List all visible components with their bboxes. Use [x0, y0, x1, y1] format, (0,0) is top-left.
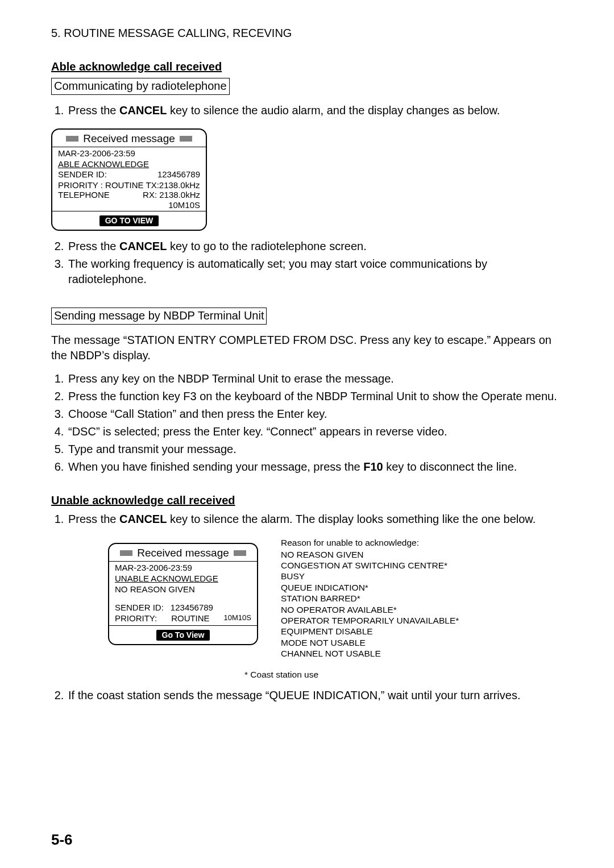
- device-timestamp: MAR-23-2006-23:59: [115, 563, 251, 574]
- step-text: Press the: [68, 513, 119, 525]
- heading-able-ack: Able acknowledge call received: [51, 59, 569, 74]
- reason-item: CONGESTION AT SWITCHING CENTRE*: [281, 560, 459, 571]
- page: 5. ROUTINE MESSAGE CALLING, RECEVING Abl…: [0, 0, 614, 868]
- telephone-label: TELEPHONE: [58, 190, 110, 200]
- subheading-radiotelephone: Communicating by radiotelephone: [51, 78, 230, 95]
- go-to-view-button: GO TO VIEW: [99, 215, 159, 227]
- nbdp-intro: The message “STATION ENTRY COMPLETED FRO…: [51, 333, 569, 363]
- reason-item: BUSY: [281, 571, 459, 582]
- header-bar-icon: [180, 136, 192, 142]
- sender-id-value: 123456789: [157, 169, 200, 180]
- step-item: If the coast station sends the message “…: [67, 688, 569, 703]
- step-text: key to go to the radiotelephone screen.: [167, 240, 366, 252]
- key-name: CANCEL: [119, 240, 167, 252]
- device-row: SENDER ID: 123456789: [115, 603, 251, 613]
- chapter-title: 5. ROUTINE MESSAGE CALLING, RECEVING: [51, 26, 569, 41]
- step-item: Press the CANCEL key to silence the audi…: [67, 103, 569, 118]
- unable-reasons-list: Reason for unable to acknowledge: NO REA…: [281, 537, 459, 659]
- rx-line: RX: 2138.0kHz: [143, 190, 200, 200]
- device-separator: [109, 625, 257, 626]
- timer-value: 10M10S: [224, 613, 251, 624]
- device-display-unable: Received message MAR-23-2006-23:59 UNABL…: [108, 543, 258, 645]
- sender-id-label: SENDER ID:: [58, 169, 107, 180]
- device-reason: NO REASON GIVEN: [115, 584, 251, 595]
- device-timestamp: MAR-23-2006-23:59: [58, 148, 200, 159]
- step-text: Press the: [68, 104, 119, 117]
- step-text: key to disconnect the line.: [383, 460, 517, 473]
- device-body: MAR-23-2006-23:59 ABLE ACKNOWLEDGE SENDE…: [52, 147, 206, 214]
- go-to-view-button: Go To View: [156, 630, 210, 641]
- device-row: PRIORITY: ROUTINE 10M10S: [115, 613, 251, 624]
- heading-unable-ack: Unable acknowledge call received: [51, 493, 569, 508]
- reasons-header: Reason for unable to acknowledge:: [281, 537, 459, 548]
- device-row: PRIORITY : ROUTINE TX:2138.0kHz: [58, 180, 200, 190]
- reasons-footnote: * Coast station use: [244, 669, 569, 681]
- steps-unable: Press the CANCEL key to silence the alar…: [51, 512, 569, 527]
- reason-item: NO REASON GIVEN: [281, 549, 459, 560]
- steps-able-radiotel-cont: Press the CANCEL key to go to the radiot…: [51, 239, 569, 287]
- device-footer: GO TO VIEW: [52, 214, 206, 230]
- step-item: Press the CANCEL key to silence the alar…: [67, 512, 569, 527]
- header-bar-icon: [66, 136, 78, 142]
- priority-line: PRIORITY : ROUTINE TX:2138.0kHz: [58, 180, 200, 190]
- header-bar-icon: [234, 550, 246, 556]
- device-row: 10M10S: [58, 200, 200, 210]
- device-row: SENDER ID: 123456789: [58, 169, 200, 180]
- reason-item: CHANNEL NOT USABLE: [281, 648, 459, 659]
- step-text: When you have finished sending your mess…: [68, 460, 363, 473]
- device-body: MAR-23-2006-23:59 UNABLE ACKNOWLEDGE NO …: [109, 562, 257, 628]
- page-number: 5-6: [51, 830, 73, 850]
- device-header: Received message: [52, 130, 206, 147]
- step-item: Press any key on the NBDP Terminal Unit …: [67, 371, 569, 387]
- device-title: Received message: [83, 132, 175, 146]
- device-row: TELEPHONE RX: 2138.0kHz: [58, 190, 200, 200]
- step-text: Press the: [68, 240, 119, 252]
- sender-id-label: SENDER ID:: [115, 603, 164, 613]
- reason-item: MODE NOT USABLE: [281, 637, 459, 648]
- priority-value: ROUTINE: [157, 613, 223, 624]
- reason-item: STATION BARRED*: [281, 593, 459, 604]
- reason-item: NO OPERATOR AVAILABLE*: [281, 604, 459, 615]
- key-name: CANCEL: [119, 513, 167, 525]
- device-header: Received message: [109, 544, 257, 562]
- device-separator: [52, 211, 206, 211]
- key-name: CANCEL: [119, 104, 167, 117]
- reason-item: QUEUE INDICATION*: [281, 582, 459, 593]
- key-name: F10: [363, 460, 383, 473]
- step-text: key to silence the alarm. The display lo…: [167, 513, 536, 525]
- header-bar-icon: [120, 550, 132, 556]
- step-item: Choose “Call Station” and then press the…: [67, 406, 569, 422]
- timer-value: 10M10S: [168, 200, 200, 210]
- step-item: Press the CANCEL key to go to the radiot…: [67, 239, 569, 254]
- device-title: Received message: [137, 546, 229, 560]
- reason-item: EQUIPMENT DISABLE: [281, 626, 459, 637]
- step-item: The working frequency is automatically s…: [67, 256, 569, 287]
- step-item: Press the function key F3 on the keyboar…: [67, 389, 569, 404]
- device-ack-line: ABLE ACKNOWLEDGE: [58, 159, 149, 170]
- reason-item: OPERATOR TEMPORARILY UNAVAILABLE*: [281, 615, 459, 626]
- step-item: When you have finished sending your mess…: [67, 459, 569, 475]
- step-item: Type and transmit your message.: [67, 442, 569, 457]
- device-ack-line: UNABLE ACKNOWLEDGE: [115, 574, 218, 584]
- steps-able-radiotel: Press the CANCEL key to silence the audi…: [51, 103, 569, 118]
- step-text: key to silence the audio alarm, and the …: [167, 104, 500, 117]
- subheading-nbdp: Sending message by NBDP Terminal Unit: [51, 308, 267, 325]
- step-item: “DSC” is selected; press the Enter key. …: [67, 424, 569, 439]
- device-footer: Go To View: [109, 628, 257, 645]
- sender-id-value: 123456789: [171, 603, 213, 613]
- steps-unable-cont: If the coast station sends the message “…: [51, 688, 569, 703]
- priority-label: PRIORITY:: [115, 613, 157, 624]
- steps-nbdp: Press any key on the NBDP Terminal Unit …: [51, 371, 569, 475]
- device-display-able: Received message MAR-23-2006-23:59 ABLE …: [51, 128, 207, 231]
- unable-display-row: Received message MAR-23-2006-23:59 UNABL…: [108, 537, 569, 659]
